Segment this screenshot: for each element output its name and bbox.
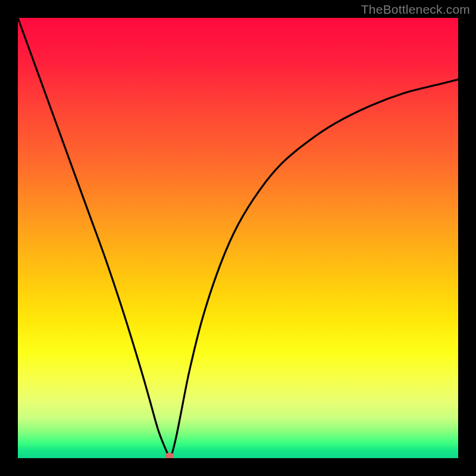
- watermark-text: TheBottleneck.com: [361, 2, 470, 17]
- chart-frame: TheBottleneck.com: [0, 0, 476, 476]
- vertex-marker: [165, 453, 174, 458]
- plot-area: [18, 18, 458, 458]
- curve-svg: [18, 18, 458, 458]
- bottleneck-curve: [18, 18, 458, 458]
